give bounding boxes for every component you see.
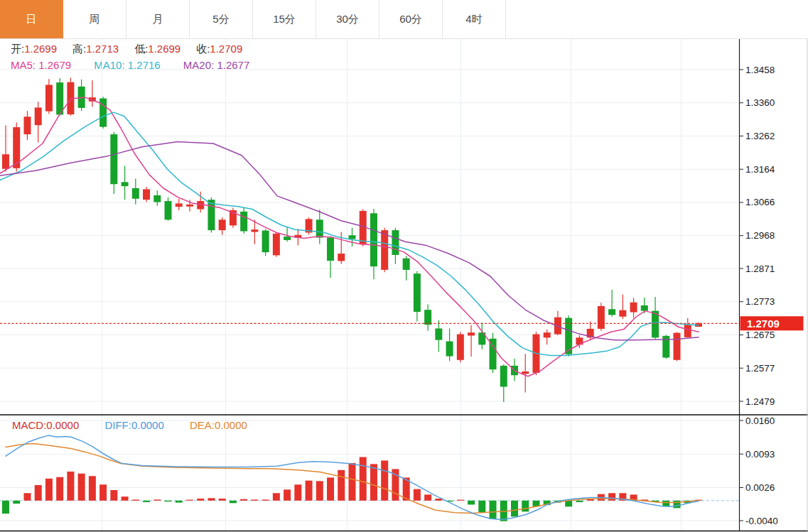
svg-text:1.3164: 1.3164 (745, 164, 775, 175)
ma10-line (0, 112, 699, 356)
tab-timeframe-4[interactable]: 15分 (253, 0, 316, 38)
svg-text:-0.0040: -0.0040 (745, 516, 778, 526)
svg-text:1.3360: 1.3360 (745, 97, 775, 108)
svg-text:1.2773: 1.2773 (745, 296, 775, 307)
tab-timeframe-6[interactable]: 60分 (379, 0, 443, 38)
svg-text:1.2968: 1.2968 (745, 230, 775, 241)
svg-text:1.2675: 1.2675 (745, 330, 775, 340)
svg-text:1.3262: 1.3262 (745, 131, 775, 141)
svg-text:0.0093: 0.0093 (745, 449, 775, 460)
price-axis-labels: 1.34581.33601.32621.31641.30661.29681.28… (739, 65, 778, 526)
svg-text:0.0026: 0.0026 (745, 482, 775, 493)
tab-timeframe-2[interactable]: 月 (126, 0, 190, 38)
tab-timeframe-5[interactable]: 30分 (316, 0, 379, 38)
tab-timeframe-3[interactable]: 5分 (190, 0, 253, 38)
tab-timeframe-1[interactable]: 周 (63, 0, 126, 38)
svg-text:1.2709: 1.2709 (747, 317, 780, 330)
svg-text:1.3458: 1.3458 (745, 65, 775, 75)
kline-app: 日周月5分15分30分60分4时 开:1.2699高:1.2713低:1.269… (0, 0, 808, 532)
macd-histogram (2, 457, 702, 521)
tab-timeframe-7[interactable]: 4时 (443, 0, 506, 38)
svg-text:1.2479: 1.2479 (745, 396, 775, 407)
chart-canvas[interactable]: 1.34581.33601.32621.31641.30661.29681.28… (0, 39, 808, 532)
svg-text:1.2871: 1.2871 (745, 264, 775, 274)
ma20-line (0, 142, 699, 340)
svg-text:1.3066: 1.3066 (745, 197, 775, 207)
tab-timeframe-0[interactable]: 日 (0, 0, 63, 38)
last-price-tag: 1.2709 (740, 316, 804, 330)
svg-text:0.0160: 0.0160 (745, 416, 775, 426)
svg-text:1.2577: 1.2577 (745, 363, 775, 374)
timeframe-tabbar: 日周月5分15分30分60分4时 (0, 0, 808, 39)
